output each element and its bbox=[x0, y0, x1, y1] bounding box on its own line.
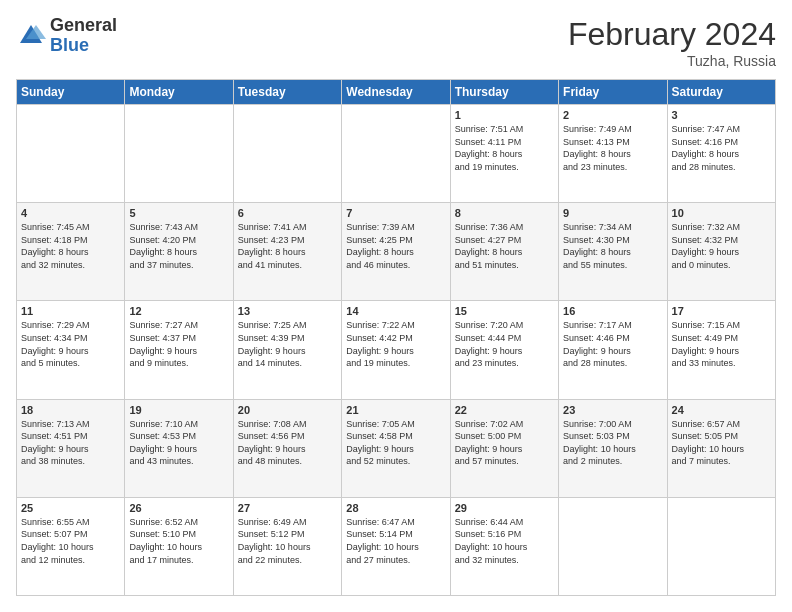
page: General Blue February 2024 Tuzha, Russia… bbox=[0, 0, 792, 612]
week-row-2: 11Sunrise: 7:29 AM Sunset: 4:34 PM Dayli… bbox=[17, 301, 776, 399]
table-row: 5Sunrise: 7:43 AM Sunset: 4:20 PM Daylig… bbox=[125, 203, 233, 301]
day-number: 10 bbox=[672, 207, 771, 219]
day-number: 1 bbox=[455, 109, 554, 121]
day-number: 19 bbox=[129, 404, 228, 416]
main-title: February 2024 bbox=[568, 16, 776, 53]
day-info: Sunrise: 7:25 AM Sunset: 4:39 PM Dayligh… bbox=[238, 319, 337, 369]
week-row-0: 1Sunrise: 7:51 AM Sunset: 4:11 PM Daylig… bbox=[17, 105, 776, 203]
day-number: 4 bbox=[21, 207, 120, 219]
day-info: Sunrise: 7:10 AM Sunset: 4:53 PM Dayligh… bbox=[129, 418, 228, 468]
table-row: 11Sunrise: 7:29 AM Sunset: 4:34 PM Dayli… bbox=[17, 301, 125, 399]
week-row-4: 25Sunrise: 6:55 AM Sunset: 5:07 PM Dayli… bbox=[17, 497, 776, 595]
day-number: 26 bbox=[129, 502, 228, 514]
day-number: 2 bbox=[563, 109, 662, 121]
day-number: 8 bbox=[455, 207, 554, 219]
logo-general-text: General bbox=[50, 16, 117, 36]
table-row: 28Sunrise: 6:47 AM Sunset: 5:14 PM Dayli… bbox=[342, 497, 450, 595]
col-saturday: Saturday bbox=[667, 80, 775, 105]
day-number: 21 bbox=[346, 404, 445, 416]
header-row: Sunday Monday Tuesday Wednesday Thursday… bbox=[17, 80, 776, 105]
table-row: 19Sunrise: 7:10 AM Sunset: 4:53 PM Dayli… bbox=[125, 399, 233, 497]
day-number: 9 bbox=[563, 207, 662, 219]
day-info: Sunrise: 7:47 AM Sunset: 4:16 PM Dayligh… bbox=[672, 123, 771, 173]
calendar-table: Sunday Monday Tuesday Wednesday Thursday… bbox=[16, 79, 776, 596]
table-row: 27Sunrise: 6:49 AM Sunset: 5:12 PM Dayli… bbox=[233, 497, 341, 595]
table-row: 12Sunrise: 7:27 AM Sunset: 4:37 PM Dayli… bbox=[125, 301, 233, 399]
logo: General Blue bbox=[16, 16, 117, 56]
day-info: Sunrise: 7:41 AM Sunset: 4:23 PM Dayligh… bbox=[238, 221, 337, 271]
logo-text: General Blue bbox=[50, 16, 117, 56]
col-wednesday: Wednesday bbox=[342, 80, 450, 105]
day-number: 13 bbox=[238, 305, 337, 317]
table-row: 21Sunrise: 7:05 AM Sunset: 4:58 PM Dayli… bbox=[342, 399, 450, 497]
table-row: 9Sunrise: 7:34 AM Sunset: 4:30 PM Daylig… bbox=[559, 203, 667, 301]
table-row bbox=[559, 497, 667, 595]
day-info: Sunrise: 6:49 AM Sunset: 5:12 PM Dayligh… bbox=[238, 516, 337, 566]
table-row: 15Sunrise: 7:20 AM Sunset: 4:44 PM Dayli… bbox=[450, 301, 558, 399]
table-row: 4Sunrise: 7:45 AM Sunset: 4:18 PM Daylig… bbox=[17, 203, 125, 301]
week-row-1: 4Sunrise: 7:45 AM Sunset: 4:18 PM Daylig… bbox=[17, 203, 776, 301]
title-block: February 2024 Tuzha, Russia bbox=[568, 16, 776, 69]
day-info: Sunrise: 7:15 AM Sunset: 4:49 PM Dayligh… bbox=[672, 319, 771, 369]
table-row: 6Sunrise: 7:41 AM Sunset: 4:23 PM Daylig… bbox=[233, 203, 341, 301]
week-row-3: 18Sunrise: 7:13 AM Sunset: 4:51 PM Dayli… bbox=[17, 399, 776, 497]
day-number: 25 bbox=[21, 502, 120, 514]
day-info: Sunrise: 7:27 AM Sunset: 4:37 PM Dayligh… bbox=[129, 319, 228, 369]
table-row: 25Sunrise: 6:55 AM Sunset: 5:07 PM Dayli… bbox=[17, 497, 125, 595]
day-info: Sunrise: 7:29 AM Sunset: 4:34 PM Dayligh… bbox=[21, 319, 120, 369]
table-row bbox=[667, 497, 775, 595]
col-thursday: Thursday bbox=[450, 80, 558, 105]
day-info: Sunrise: 6:44 AM Sunset: 5:16 PM Dayligh… bbox=[455, 516, 554, 566]
day-number: 6 bbox=[238, 207, 337, 219]
day-info: Sunrise: 6:57 AM Sunset: 5:05 PM Dayligh… bbox=[672, 418, 771, 468]
day-info: Sunrise: 7:51 AM Sunset: 4:11 PM Dayligh… bbox=[455, 123, 554, 173]
day-info: Sunrise: 7:34 AM Sunset: 4:30 PM Dayligh… bbox=[563, 221, 662, 271]
col-monday: Monday bbox=[125, 80, 233, 105]
day-number: 17 bbox=[672, 305, 771, 317]
day-info: Sunrise: 7:32 AM Sunset: 4:32 PM Dayligh… bbox=[672, 221, 771, 271]
day-info: Sunrise: 7:13 AM Sunset: 4:51 PM Dayligh… bbox=[21, 418, 120, 468]
table-row: 3Sunrise: 7:47 AM Sunset: 4:16 PM Daylig… bbox=[667, 105, 775, 203]
day-number: 15 bbox=[455, 305, 554, 317]
day-number: 24 bbox=[672, 404, 771, 416]
table-row: 23Sunrise: 7:00 AM Sunset: 5:03 PM Dayli… bbox=[559, 399, 667, 497]
table-row bbox=[17, 105, 125, 203]
col-friday: Friday bbox=[559, 80, 667, 105]
day-number: 18 bbox=[21, 404, 120, 416]
day-info: Sunrise: 7:22 AM Sunset: 4:42 PM Dayligh… bbox=[346, 319, 445, 369]
day-number: 28 bbox=[346, 502, 445, 514]
day-info: Sunrise: 6:47 AM Sunset: 5:14 PM Dayligh… bbox=[346, 516, 445, 566]
table-row: 18Sunrise: 7:13 AM Sunset: 4:51 PM Dayli… bbox=[17, 399, 125, 497]
day-info: Sunrise: 7:43 AM Sunset: 4:20 PM Dayligh… bbox=[129, 221, 228, 271]
day-number: 5 bbox=[129, 207, 228, 219]
day-info: Sunrise: 7:17 AM Sunset: 4:46 PM Dayligh… bbox=[563, 319, 662, 369]
table-row: 7Sunrise: 7:39 AM Sunset: 4:25 PM Daylig… bbox=[342, 203, 450, 301]
col-sunday: Sunday bbox=[17, 80, 125, 105]
col-tuesday: Tuesday bbox=[233, 80, 341, 105]
day-info: Sunrise: 6:55 AM Sunset: 5:07 PM Dayligh… bbox=[21, 516, 120, 566]
day-info: Sunrise: 7:45 AM Sunset: 4:18 PM Dayligh… bbox=[21, 221, 120, 271]
day-info: Sunrise: 7:00 AM Sunset: 5:03 PM Dayligh… bbox=[563, 418, 662, 468]
day-info: Sunrise: 7:39 AM Sunset: 4:25 PM Dayligh… bbox=[346, 221, 445, 271]
day-number: 11 bbox=[21, 305, 120, 317]
day-info: Sunrise: 7:02 AM Sunset: 5:00 PM Dayligh… bbox=[455, 418, 554, 468]
day-info: Sunrise: 7:49 AM Sunset: 4:13 PM Dayligh… bbox=[563, 123, 662, 173]
day-number: 3 bbox=[672, 109, 771, 121]
table-row: 24Sunrise: 6:57 AM Sunset: 5:05 PM Dayli… bbox=[667, 399, 775, 497]
day-number: 7 bbox=[346, 207, 445, 219]
table-row: 10Sunrise: 7:32 AM Sunset: 4:32 PM Dayli… bbox=[667, 203, 775, 301]
table-row: 1Sunrise: 7:51 AM Sunset: 4:11 PM Daylig… bbox=[450, 105, 558, 203]
table-row: 8Sunrise: 7:36 AM Sunset: 4:27 PM Daylig… bbox=[450, 203, 558, 301]
day-info: Sunrise: 7:05 AM Sunset: 4:58 PM Dayligh… bbox=[346, 418, 445, 468]
table-row: 16Sunrise: 7:17 AM Sunset: 4:46 PM Dayli… bbox=[559, 301, 667, 399]
table-row bbox=[125, 105, 233, 203]
table-row: 20Sunrise: 7:08 AM Sunset: 4:56 PM Dayli… bbox=[233, 399, 341, 497]
day-number: 23 bbox=[563, 404, 662, 416]
day-info: Sunrise: 7:20 AM Sunset: 4:44 PM Dayligh… bbox=[455, 319, 554, 369]
day-info: Sunrise: 7:36 AM Sunset: 4:27 PM Dayligh… bbox=[455, 221, 554, 271]
day-number: 22 bbox=[455, 404, 554, 416]
day-number: 14 bbox=[346, 305, 445, 317]
header: General Blue February 2024 Tuzha, Russia bbox=[16, 16, 776, 69]
day-info: Sunrise: 7:08 AM Sunset: 4:56 PM Dayligh… bbox=[238, 418, 337, 468]
day-info: Sunrise: 6:52 AM Sunset: 5:10 PM Dayligh… bbox=[129, 516, 228, 566]
